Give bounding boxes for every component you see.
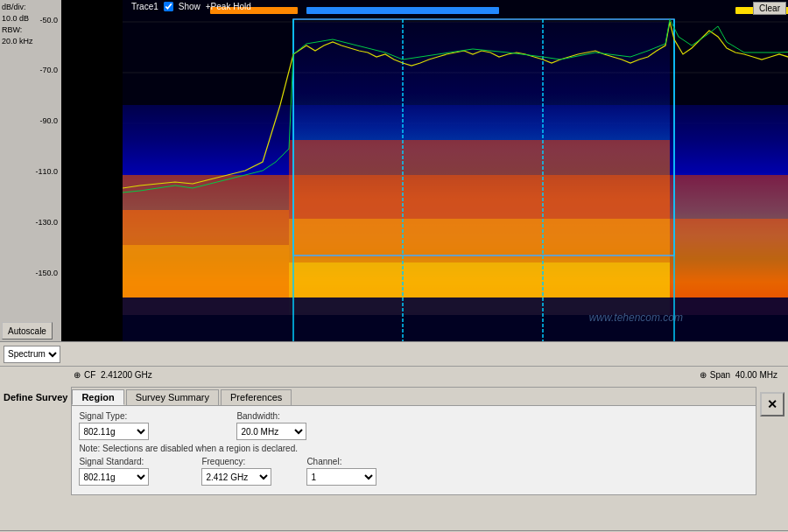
rbw-val: 20.0 kHz — [2, 36, 33, 47]
yaxis-label-150: -150.0 — [35, 269, 58, 277]
span-icon: ⊕ — [700, 370, 707, 380]
trace-label: Trace1 — [131, 2, 158, 11]
yaxis-label-50: -50.0 — [39, 16, 58, 24]
channel-select[interactable]: 1 2 3 — [306, 468, 376, 486]
tab-content-region: Signal Type: 802.11g Bandwidth: 20.0 MHz… — [72, 406, 756, 494]
rbw-label: RBW: — [2, 24, 33, 36]
spectrum-section: dB/div: 10.0 dB RBW: 20.0 kHz -50.0 -70.… — [0, 0, 788, 341]
yaxis-top-info: dB/div: 10.0 dB RBW: 20.0 kHz — [2, 2, 33, 47]
svg-rect-20 — [123, 315, 788, 341]
bandwidth-group: Bandwidth: 20.0 MHz — [236, 411, 306, 440]
cf-label: CF — [84, 370, 101, 380]
bandwidth-select[interactable]: 20.0 MHz — [236, 423, 306, 440]
frequency-group: Frequency: 2.412 GHz — [201, 457, 271, 486]
channel-label: Channel: — [306, 457, 376, 466]
span-label: Span — [710, 370, 735, 380]
signal-standard-group: Signal Standard: 802.11g — [79, 457, 149, 486]
clear-button[interactable]: Clear — [753, 2, 786, 15]
tab-preferences[interactable]: Preferences — [221, 389, 292, 405]
span-value: 40.00 MHz — [735, 370, 777, 380]
trace-peak-hold-label: +Peak Hold — [206, 2, 251, 11]
cf-icon: ⊕ — [74, 370, 81, 380]
yaxis-label-110: -110.0 — [35, 167, 58, 176]
tab-region[interactable]: Region — [72, 389, 123, 405]
trace-show-checkbox[interactable] — [164, 2, 173, 11]
tab-panel: Region Survey Summary Preferences Signal… — [71, 387, 756, 495]
spectrum-svg — [123, 0, 788, 341]
form-row-type-bw: Signal Type: 802.11g Bandwidth: 20.0 MHz — [79, 411, 749, 440]
spectrum-mode-bar: Spectrum Density — [0, 341, 788, 366]
cf-span-bar: ⊕ CF 2.41200 GHz ⊕ Span 40.00 MHz — [0, 366, 788, 383]
signal-type-group: Signal Type: 802.11g — [79, 411, 149, 440]
tab-survey-summary[interactable]: Survey Summary — [126, 389, 219, 405]
signal-standard-select[interactable]: 802.11g — [79, 468, 149, 486]
signal-standard-label: Signal Standard: — [79, 457, 149, 466]
signal-type-label: Signal Type: — [79, 411, 149, 421]
define-survey-label: Define Survey — [4, 387, 67, 402]
tab-bar: Region Survey Summary Preferences — [72, 388, 756, 406]
yaxis-label-90: -90.0 — [39, 116, 58, 125]
bandwidth-label: Bandwidth: — [236, 411, 306, 421]
autoscale-button[interactable]: Autoscale — [2, 322, 53, 340]
main-wrapper: dB/div: 10.0 dB RBW: 20.0 kHz -50.0 -70.… — [0, 0, 788, 532]
spectrum-canvas: Trace1 Show +Peak Hold Clear — [61, 0, 788, 341]
trace-show-label: Show — [179, 2, 201, 11]
spectrum-select-group: Spectrum Density — [4, 346, 60, 363]
frequency-label: Frequency: — [201, 457, 271, 466]
spectrum-mode-select[interactable]: Spectrum Density — [4, 346, 60, 363]
trace-controls: Trace1 Show +Peak Hold — [131, 2, 251, 11]
form-row-std-freq-chan: Signal Standard: 802.11g Frequency: 2.41… — [79, 457, 749, 486]
cf-value: 2.41200 GHz — [101, 370, 152, 380]
db-div-label: dB/div: — [2, 2, 33, 13]
note-text: Note: Selections are disabled when a reg… — [79, 444, 749, 453]
frequency-select[interactable]: 2.412 GHz — [201, 468, 271, 486]
channel-group: Channel: 1 2 3 — [306, 457, 376, 486]
define-survey-section: Define Survey Region Survey Summary Pref… — [0, 383, 788, 530]
yaxis-label-70: -70.0 — [39, 66, 58, 74]
signal-type-select[interactable]: 802.11g — [79, 423, 149, 440]
svg-rect-22 — [306, 7, 499, 14]
define-survey-close-button[interactable]: ✕ — [760, 392, 784, 416]
yaxis-label-130: -130.0 — [35, 218, 58, 227]
yaxis-area: dB/div: 10.0 dB RBW: 20.0 kHz -50.0 -70.… — [0, 0, 61, 341]
db-val: 10.0 dB — [2, 13, 33, 24]
